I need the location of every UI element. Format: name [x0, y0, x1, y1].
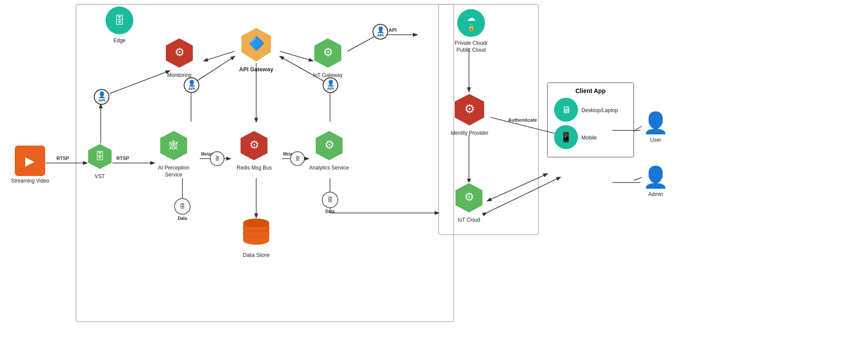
monitoring-icon: ⚙ [162, 36, 197, 70]
svg-point-36 [322, 192, 338, 208]
svg-text:⚙: ⚙ [323, 46, 333, 59]
svg-text:⚙: ⚙ [324, 138, 334, 151]
svg-text:⚙: ⚙ [175, 46, 185, 59]
streaming-video-icon: ▶ [15, 146, 45, 176]
redis-icon: ⚙ [237, 128, 271, 163]
svg-line-72 [634, 126, 642, 131]
svg-text:Metadata: Metadata [283, 152, 302, 156]
identity-provider-node: ⚙ Identity Provider [451, 91, 488, 137]
svg-text:🗄: 🗄 [180, 203, 185, 209]
svg-text:Data: Data [178, 216, 187, 221]
svg-text:⚙: ⚙ [464, 102, 475, 116]
svg-text:Authenticate: Authenticate [508, 117, 537, 123]
svg-text:🗄: 🗄 [295, 156, 300, 161]
data-store-icon [239, 215, 274, 250]
desktop-laptop-item: 🖥 Desktop/Laptop [554, 98, 627, 122]
svg-point-57 [243, 236, 269, 245]
vst-icon: 🗄 [85, 141, 115, 172]
svg-line-73 [634, 177, 642, 180]
analytics-icon: ⚙ [312, 128, 347, 163]
svg-point-70 [290, 152, 304, 166]
edge-node: 🗄 Edge [104, 5, 135, 44]
streaming-video-node: ▶ Streaming Video [11, 146, 50, 185]
client-app-title: Client App [554, 87, 627, 94]
svg-text:🗄: 🗄 [95, 151, 105, 162]
svg-text:🔒: 🔒 [468, 24, 475, 31]
private-cloud-node: ☁ 🔒 Private Cloud/Public Cloud [454, 8, 488, 53]
vst-label: VST [95, 173, 105, 180]
svg-text:RTSP: RTSP [56, 156, 69, 161]
svg-point-33 [175, 199, 190, 214]
user-node: 👤 User [643, 111, 669, 144]
iot-gateway-node: ⚙ IoT Gateway [310, 36, 345, 79]
private-cloud-icon: ☁ 🔒 [454, 8, 488, 38]
diagram: RTSP RTSP API Metadata Metadata [0, 0, 868, 339]
svg-point-68 [210, 152, 224, 166]
svg-text:☁: ☁ [467, 13, 475, 23]
user-label: User [650, 137, 661, 144]
analytics-label: Analytics Service [309, 165, 349, 172]
iot-cloud-label: IoT Cloud [458, 217, 480, 224]
api-gateway-node: 🔷 API Gateway [237, 25, 276, 73]
iot-gateway-label: IoT Gateway [313, 72, 343, 79]
ai-perception-node: 🕸 AI PerceptionService [156, 128, 191, 178]
svg-text:API: API [389, 27, 396, 33]
connections-svg: RTSP RTSP API Metadata Metadata [0, 0, 868, 339]
iot-cloud-node: ⚙ IoT Cloud [452, 180, 486, 224]
client-app-box: Client App 🖥 Desktop/Laptop 📱 Mobile [547, 83, 634, 157]
svg-text:RTSP: RTSP [116, 156, 129, 161]
identity-provider-label: Identity Provider [451, 130, 488, 137]
analytics-service-node: ⚙ Analytics Service [309, 128, 349, 172]
edge-label: Edge [113, 37, 125, 44]
svg-text:🗄: 🗄 [327, 196, 333, 203]
svg-line-8 [204, 51, 234, 61]
edge-icon: 🗄 [104, 5, 135, 36]
svg-text:🗄: 🗄 [215, 156, 220, 161]
api-gateway-label: API Gateway [239, 66, 274, 73]
api-gateway-icon: 🔷 [237, 25, 276, 64]
admin-icon: 👤 [643, 165, 669, 189]
api-node-2: 👤 API [184, 77, 199, 93]
desktop-laptop-icon: 🖥 [554, 98, 578, 122]
svg-line-13 [280, 51, 313, 61]
mobile-label: Mobile [581, 135, 597, 142]
iot-gateway-icon: ⚙ [310, 36, 345, 70]
svg-line-74 [488, 174, 547, 201]
svg-text:⚙: ⚙ [464, 190, 474, 203]
vst-node: 🗄 VST [85, 141, 115, 180]
desktop-laptop-label: Desktop/Laptop [581, 107, 618, 114]
svg-text:🕸: 🕸 [169, 140, 178, 151]
api-node-3: 👤 API [323, 77, 338, 93]
identity-provider-icon: ⚙ [451, 91, 488, 128]
svg-text:🔷: 🔷 [248, 36, 265, 51]
mobile-item: 📱 Mobile [554, 125, 627, 149]
user-icon: 👤 [643, 111, 669, 135]
data-store-label: Data Store [243, 252, 270, 259]
admin-label: Admin [648, 191, 663, 198]
svg-text:Metadata: Metadata [201, 152, 220, 156]
api-node-4: 👤 API [373, 24, 388, 40]
svg-text:Data: Data [325, 209, 335, 214]
ai-perception-icon: 🕸 [156, 128, 191, 163]
api-node-1: 👤 API [94, 89, 109, 105]
redis-msg-bus-node: ⚙ Redis Msg Bus [237, 128, 272, 172]
admin-node: 👤 Admin [643, 165, 669, 198]
monitoring-node: ⚙ Monitoring [162, 36, 197, 79]
ai-perception-label: AI PerceptionService [158, 165, 189, 178]
private-cloud-label: Private Cloud/Public Cloud [455, 40, 487, 53]
mobile-icon: 📱 [554, 125, 578, 149]
svg-text:🗄: 🗄 [114, 14, 125, 26]
svg-text:⚙: ⚙ [249, 138, 259, 151]
extra-connections: 🗄 🗄 [0, 0, 868, 339]
streaming-video-label: Streaming Video [11, 178, 50, 185]
svg-line-26 [486, 177, 560, 213]
data-store-node: Data Store [239, 215, 274, 259]
svg-line-7 [110, 71, 169, 93]
redis-label: Redis Msg Bus [237, 165, 272, 172]
iot-cloud-icon: ⚙ [452, 180, 486, 215]
